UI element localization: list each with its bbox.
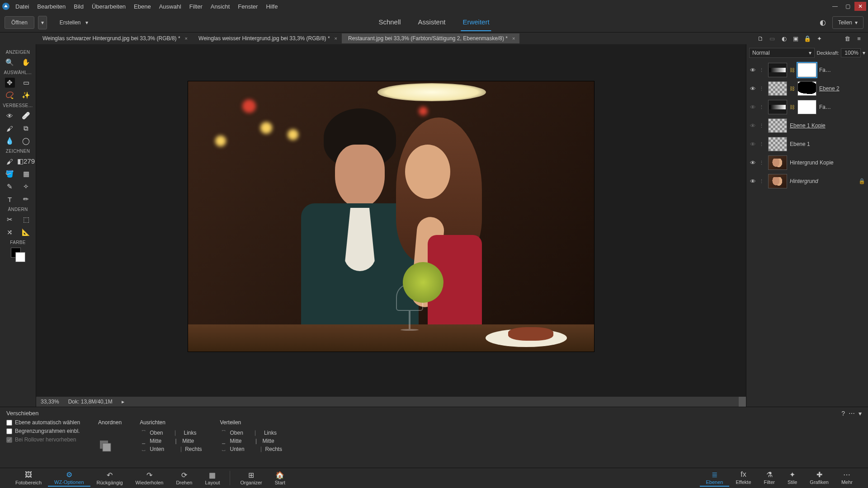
visibility-toggle[interactable]: 👁: [749, 85, 756, 92]
mask-icon[interactable]: ▣: [791, 34, 800, 43]
theme-toggle-icon[interactable]: ◐: [820, 18, 826, 27]
fx-icon[interactable]: ✦: [815, 34, 824, 43]
panel-menu-icon[interactable]: ≡: [854, 34, 863, 43]
layer-mask-thumb[interactable]: [797, 81, 816, 96]
visibility-toggle[interactable]: 👁: [749, 122, 756, 129]
layer-thumb[interactable]: [768, 155, 787, 170]
menu-ansicht[interactable]: Ansicht: [211, 3, 230, 10]
open-button[interactable]: Öffnen: [5, 16, 34, 29]
chevron-down-icon[interactable]: ▾: [863, 50, 865, 56]
layer-row[interactable]: 👁 ⋮ ⛓ Ebene 2: [749, 80, 865, 97]
menu-bearbeiten[interactable]: Bearbeiten: [37, 3, 66, 10]
pencil-tool[interactable]: ✏: [21, 194, 31, 204]
align-bottom[interactable]: ⎵Unten: [140, 446, 164, 452]
layer-name[interactable]: Ebene 1 Kopie: [790, 122, 865, 129]
doctab-1[interactable]: Weinglas weisser Hintergrund.jpg bei 33,…: [192, 33, 342, 43]
link-icon[interactable]: ⋮: [759, 86, 765, 92]
hand-tool[interactable]: ✋: [21, 57, 31, 67]
lasso-tool[interactable]: 📿: [5, 90, 15, 100]
filters-tab[interactable]: ⚗Filter: [758, 469, 781, 487]
zoom-tool[interactable]: 🔍: [5, 57, 15, 67]
effects-tab[interactable]: fxEffekte: [729, 469, 757, 487]
smart-brush-tool[interactable]: 🖌: [5, 123, 15, 133]
lock-icon[interactable]: 🔒: [803, 34, 812, 43]
status-menu-icon[interactable]: ▸: [122, 399, 124, 405]
arrange-icon[interactable]: [98, 439, 113, 453]
clone-tool[interactable]: ⧉: [21, 123, 31, 133]
minimize-button[interactable]: —: [829, 2, 841, 11]
color-swatches[interactable]: [11, 248, 25, 262]
link-icon[interactable]: ⋮: [759, 67, 765, 73]
maximize-button[interactable]: ▢: [842, 2, 854, 11]
more-tab[interactable]: ⋯Mehr: [835, 469, 859, 487]
layer-name[interactable]: Fa…: [819, 104, 865, 110]
content-move-tool[interactable]: ⤨: [5, 227, 15, 237]
layer-row[interactable]: 👁 ⋮ Ebene 1 Kopie: [749, 117, 865, 134]
sponge-tool[interactable]: ◯: [21, 136, 31, 146]
create-button[interactable]: Erstellen▾: [55, 17, 93, 28]
new-layer-icon[interactable]: 🗋: [756, 34, 765, 43]
close-icon[interactable]: ×: [335, 36, 337, 41]
layer-row[interactable]: 👁 ⋮ Hintergrund Kopie: [749, 154, 865, 171]
layer-name[interactable]: Hintergrund: [790, 178, 856, 184]
visibility-toggle[interactable]: 👁: [749, 104, 756, 111]
link-icon[interactable]: ⋮: [759, 178, 765, 184]
menu-ebene[interactable]: Ebene: [134, 3, 151, 10]
layer-name[interactable]: Ebene 1: [790, 141, 865, 147]
menu-ueberarbeiten[interactable]: Überarbeiten: [92, 3, 126, 10]
link-icon[interactable]: ⋮: [759, 141, 765, 147]
layers-tab[interactable]: ≣Ebenen: [700, 469, 730, 487]
tool-options-button[interactable]: ⚙WZ-Optionen: [48, 469, 90, 487]
layer-row[interactable]: 👁 ⋮ ⛓ Fa…: [749, 99, 865, 116]
crop-tool[interactable]: ✂: [5, 215, 15, 225]
layout-button[interactable]: ▦Layout: [198, 470, 226, 486]
dist-right[interactable]: ⎹Rechts: [255, 446, 282, 452]
eyedropper-tool[interactable]: ✎: [5, 182, 15, 192]
canvas-area[interactable]: 33,33% Dok: 13,8M/40,1M ▸: [36, 44, 746, 407]
layer-row[interactable]: 👁 ⋮ Hintergrund 🔒: [749, 173, 865, 190]
layer-thumb[interactable]: [768, 118, 787, 133]
adjustment-icon[interactable]: ◐: [779, 34, 788, 43]
doctab-0[interactable]: Weinglas schwarzer Hintergrund.jpg bei 3…: [36, 33, 192, 43]
dist-hcenter[interactable]: |Mitte: [253, 438, 274, 444]
rollover-highlight-checkbox[interactable]: Bei Rollover hervorheben: [6, 436, 80, 443]
mask-link-icon[interactable]: ⛓: [790, 86, 795, 91]
menu-hilfe[interactable]: Hilfe: [266, 3, 278, 10]
link-icon[interactable]: ⋮: [759, 160, 765, 166]
layer-thumb[interactable]: [768, 137, 787, 151]
share-button[interactable]: Teilen▾: [832, 16, 863, 29]
foreground-color[interactable]: [15, 252, 25, 262]
rotate-button[interactable]: ⟳Drehen: [170, 470, 198, 486]
mode-erweitert[interactable]: Erweitert: [461, 14, 491, 31]
mode-schnell[interactable]: Schnell: [377, 14, 402, 31]
layer-name[interactable]: Hintergrund Kopie: [790, 160, 865, 166]
straighten-tool[interactable]: 📐: [21, 227, 31, 237]
photo-bin-button[interactable]: 🖼Fotobereich: [9, 470, 48, 486]
collapse-icon[interactable]: ▾: [859, 410, 862, 417]
gradient-tool[interactable]: ▦: [21, 169, 31, 179]
auto-select-layer-checkbox[interactable]: Ebene automatisch wählen: [6, 419, 80, 426]
home-button[interactable]: 🏠Start: [269, 470, 292, 486]
dist-left[interactable]: ⎸Links: [254, 430, 277, 436]
shape-tool[interactable]: ✧: [21, 182, 31, 192]
mask-link-icon[interactable]: ⛓: [790, 104, 795, 110]
zoom-level[interactable]: 33,33%: [41, 399, 59, 405]
layer-name[interactable]: Ebene 2: [819, 85, 865, 92]
menu-bild[interactable]: Bild: [74, 3, 84, 10]
dist-vcenter[interactable]: ⎯Mitte: [220, 438, 242, 444]
layer-thumb[interactable]: [768, 174, 787, 188]
link-icon[interactable]: ⋮: [759, 123, 765, 129]
menu-datei[interactable]: Datei: [15, 3, 29, 10]
menu-filter[interactable]: Filter: [189, 3, 203, 10]
help-icon[interactable]: ?: [841, 410, 845, 417]
layer-row[interactable]: 👁 ⋮ Ebene 1: [749, 136, 865, 153]
redeye-tool[interactable]: 👁: [5, 111, 15, 121]
close-button[interactable]: ✕: [854, 2, 866, 11]
wand-tool[interactable]: ✨: [21, 90, 31, 100]
graphics-tab[interactable]: ✚Grafiken: [803, 469, 835, 487]
close-icon[interactable]: ×: [512, 36, 515, 41]
layer-thumb[interactable]: [768, 63, 787, 77]
dist-bottom[interactable]: ⎵Unten: [220, 446, 245, 452]
layer-name[interactable]: Fa…: [819, 67, 865, 73]
dist-top[interactable]: ⎴Oben: [220, 430, 243, 436]
